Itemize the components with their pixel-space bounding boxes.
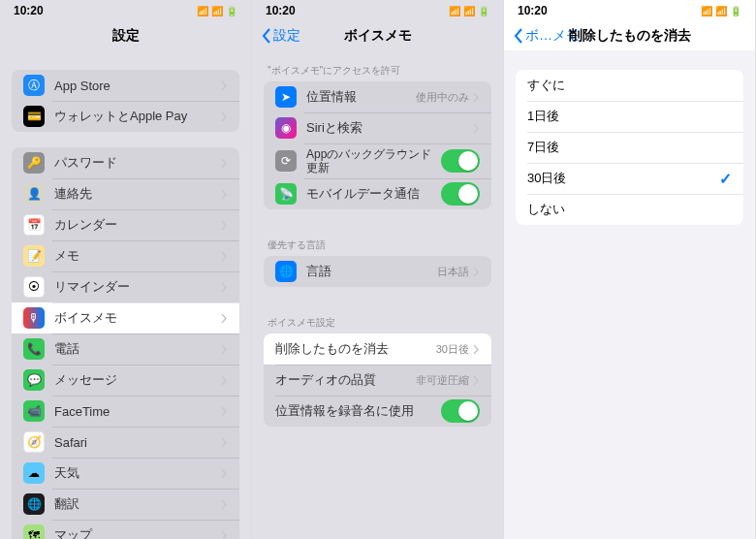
settings-group-2: 🔑 パスワード 👤 連絡先 📅 カレンダー 📝 メモ ⦿ リマインダー 🎙 ボイ… [12, 147, 239, 539]
row-label: すぐに [527, 77, 732, 94]
row-label: ボイスメモ [54, 309, 221, 327]
messages-icon: 💬 [23, 369, 45, 391]
row-label: App Store [54, 79, 221, 93]
row-label: 位置情報を録音名に使用 [275, 402, 441, 420]
chevron-right-icon [221, 499, 228, 510]
status-bar: 10:20 📶 📶 🔋 [504, 0, 755, 21]
status-time: 10:20 [266, 4, 296, 17]
row-notes[interactable]: 📝 メモ [12, 240, 239, 271]
siri-icon: ◉ [275, 117, 297, 139]
row-label: パスワード [54, 154, 221, 172]
row-label: Safari [54, 435, 221, 450]
row-messages[interactable]: 💬 メッセージ [12, 365, 239, 396]
wifi-icon: 📶 [211, 6, 223, 16]
status-indicators: 📶 📶 🔋 [197, 6, 237, 16]
language-group: 🌐 言語 日本語 [264, 256, 491, 287]
row-wallet[interactable]: 💳 ウォレットとApple Pay [12, 101, 239, 132]
row-facetime[interactable]: 📹 FaceTime [12, 396, 239, 427]
chevron-left-icon [262, 28, 271, 44]
row-label: 削除したものを消去 [275, 340, 436, 358]
row-label: マップ [54, 526, 221, 539]
row-maps[interactable]: 🗺 マップ [12, 520, 239, 539]
toggle-switch[interactable] [441, 399, 480, 423]
weather-icon: ☁ [23, 462, 45, 484]
row-location[interactable]: ➤ 位置情報 使用中のみ [264, 81, 491, 112]
row-reminders[interactable]: ⦿ リマインダー [12, 271, 239, 302]
signal-icon: 📶 [197, 6, 208, 16]
row-label: オーディオの品質 [275, 371, 416, 389]
row-phone[interactable]: 📞 電話 [12, 333, 239, 365]
page-title: ボイスメモ [344, 27, 412, 45]
row-weather[interactable]: ☁ 天気 [12, 458, 239, 489]
chevron-right-icon [473, 92, 480, 103]
chevron-right-icon [221, 344, 228, 355]
option-immediately[interactable]: すぐに [516, 70, 743, 101]
password-icon: 🔑 [23, 152, 45, 174]
row-background-refresh[interactable]: ⟳ Appのバックグラウンド更新 [264, 143, 491, 178]
option-never[interactable]: しない [516, 194, 743, 225]
row-contacts[interactable]: 👤 連絡先 [12, 178, 239, 209]
chevron-right-icon [221, 406, 228, 417]
phone-icon: 📞 [23, 338, 45, 360]
row-translate[interactable]: 🌐 翻訳 [12, 489, 239, 520]
row-calendar[interactable]: 📅 カレンダー [12, 209, 239, 240]
contacts-icon: 👤 [23, 183, 45, 205]
language-icon: 🌐 [275, 261, 297, 282]
option-7days[interactable]: 7日後 [516, 132, 743, 163]
appstore-icon: Ⓐ [23, 75, 45, 96]
row-voicememo[interactable]: 🎙 ボイスメモ [12, 302, 239, 333]
row-language[interactable]: 🌐 言語 日本語 [264, 256, 491, 287]
clear-deleted-screen: 10:20 📶 📶 🔋 ボ…メモ 削除したものを消去 すぐに 1日後 7日後 3… [504, 0, 756, 539]
chevron-right-icon [221, 282, 228, 293]
voicememo-settings-screen: 10:20 📶 📶 🔋 設定 ボイスメモ "ボイスメモ"にアクセスを許可 ➤ 位… [252, 0, 504, 539]
chevron-right-icon [221, 189, 228, 200]
wifi-icon: 📶 [463, 6, 475, 16]
row-passwords[interactable]: 🔑 パスワード [12, 147, 239, 178]
row-appstore[interactable]: Ⓐ App Store [12, 70, 239, 101]
row-safari[interactable]: 🧭 Safari [12, 427, 239, 458]
row-label: カレンダー [54, 216, 221, 234]
chevron-right-icon [221, 80, 228, 91]
row-label: 7日後 [527, 139, 732, 156]
toggle-switch[interactable] [441, 182, 480, 206]
voicememo-settings-group: 削除したものを消去 30日後 オーディオの品質 非可逆圧縮 位置情報を録音名に使… [264, 333, 491, 427]
battery-icon: 🔋 [226, 6, 237, 16]
section-header: ボイスメモ設定 [252, 302, 503, 333]
toggle-switch[interactable] [441, 149, 480, 173]
chevron-right-icon [221, 530, 228, 540]
chevron-right-icon [473, 375, 480, 386]
battery-icon: 🔋 [478, 6, 489, 16]
row-siri[interactable]: ◉ Siriと検索 [264, 112, 491, 143]
back-label: 設定 [273, 27, 300, 45]
status-indicators: 📶 📶 🔋 [449, 6, 489, 16]
row-label: 天気 [54, 464, 221, 482]
row-location-name[interactable]: 位置情報を録音名に使用 [264, 396, 491, 427]
settings-group-1: Ⓐ App Store 💳 ウォレットとApple Pay [12, 70, 239, 132]
row-label: Siriと検索 [306, 119, 473, 137]
row-label: 1日後 [527, 108, 732, 125]
nav-bar: 設定 ボイスメモ [252, 21, 503, 50]
status-bar: 10:20 📶 📶 🔋 [252, 0, 503, 21]
status-time: 10:20 [14, 4, 44, 17]
access-group: ➤ 位置情報 使用中のみ ◉ Siriと検索 ⟳ Appのバックグラウンド更新 … [264, 81, 491, 209]
row-audio-quality[interactable]: オーディオの品質 非可逆圧縮 [264, 365, 491, 396]
chevron-right-icon [221, 468, 228, 479]
chevron-right-icon [221, 158, 228, 169]
option-1day[interactable]: 1日後 [516, 101, 743, 132]
chevron-right-icon [473, 123, 480, 134]
notes-icon: 📝 [23, 245, 45, 267]
chevron-right-icon [221, 375, 228, 386]
row-mobile-data[interactable]: 📡 モバイルデータ通信 [264, 178, 491, 209]
row-label: メッセージ [54, 371, 221, 389]
refresh-icon: ⟳ [275, 150, 297, 172]
row-label: しない [527, 201, 732, 218]
row-clear-deleted[interactable]: 削除したものを消去 30日後 [264, 333, 491, 365]
back-button[interactable]: 設定 [262, 27, 300, 45]
section-header: "ボイスメモ"にアクセスを許可 [252, 50, 503, 81]
nav-bar: ボ…メモ 削除したものを消去 [504, 21, 755, 50]
chevron-right-icon [221, 220, 228, 231]
option-30days[interactable]: 30日後 ✓ [516, 163, 743, 194]
chevron-left-icon [514, 28, 523, 44]
settings-screen: 10:20 📶 📶 🔋 設定 Ⓐ App Store 💳 ウォレットとApple… [0, 0, 252, 539]
reminders-icon: ⦿ [23, 276, 45, 298]
